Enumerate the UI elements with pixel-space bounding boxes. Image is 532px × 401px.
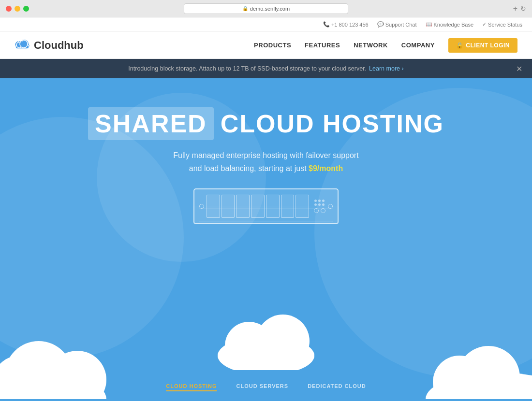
knowledge-icon: 📖 bbox=[426, 21, 432, 28]
phone-number: +1 800 123 456 bbox=[331, 22, 369, 28]
server-illustration bbox=[193, 188, 339, 251]
logo[interactable]: Cloudhub bbox=[15, 38, 84, 53]
price-text: $9/month bbox=[309, 164, 343, 172]
tab-cloud-hosting[interactable]: CLOUD HOSTING bbox=[166, 383, 217, 391]
status-check-icon: ✓ bbox=[482, 21, 487, 28]
support-icon: 💬 bbox=[377, 21, 384, 28]
hero-content: SHARED CLOUD HOSTING Fully managed enter… bbox=[88, 78, 444, 251]
address-text: demo.serifly.com bbox=[250, 6, 290, 12]
address-bar[interactable]: 🔒 demo.serifly.com bbox=[184, 3, 348, 14]
dot-grid bbox=[314, 200, 325, 206]
hero-section: SHARED CLOUD HOSTING Fully managed enter… bbox=[0, 78, 532, 401]
nav-links: PRODUCTS FEATURES NETWORK COMPANY 🔒 CLIE… bbox=[254, 38, 517, 53]
announcement-link[interactable]: Learn more › bbox=[369, 65, 404, 72]
logo-text: Cloudhub bbox=[34, 39, 84, 52]
maximize-button[interactable] bbox=[23, 6, 29, 12]
close-announcement-icon[interactable]: ✕ bbox=[516, 64, 522, 73]
close-button[interactable] bbox=[6, 6, 12, 12]
nav-network[interactable]: NETWORK bbox=[354, 42, 388, 49]
knowledge-item[interactable]: 📖 Knowledge Base bbox=[426, 21, 474, 28]
main-nav: Cloudhub PRODUCTS FEATURES NETWORK COMPA… bbox=[0, 32, 532, 59]
login-lock-icon: 🔒 bbox=[456, 42, 464, 49]
hero-cloud bbox=[213, 312, 319, 372]
dot bbox=[314, 200, 317, 202]
dot bbox=[318, 200, 321, 202]
dot bbox=[322, 200, 325, 202]
knowledge-label: Knowledge Base bbox=[434, 22, 474, 28]
phone-item: 📞 +1 800 123 456 bbox=[323, 21, 369, 28]
subtitle-line1: Fully managed enterprise hosting with fa… bbox=[173, 151, 358, 159]
utility-bar: 📞 +1 800 123 456 💬 Support Chat 📖 Knowle… bbox=[0, 17, 532, 32]
announcement-bar: Introducing block storage. Attach up to … bbox=[0, 59, 532, 78]
server-reflection bbox=[193, 206, 339, 225]
tab-cloud-servers[interactable]: CLOUD SERVERS bbox=[236, 383, 289, 391]
hero-title-shared: SHARED bbox=[88, 107, 214, 140]
status-label: Service Status bbox=[488, 22, 522, 28]
hero-subtitle: Fully managed enterprise hosting with fa… bbox=[173, 149, 358, 175]
login-label: CLIENT LOGIN bbox=[466, 42, 510, 49]
client-login-button[interactable]: 🔒 CLIENT LOGIN bbox=[448, 38, 517, 53]
website-content: 📞 +1 800 123 456 💬 Support Chat 📖 Knowle… bbox=[0, 17, 532, 401]
support-item[interactable]: 💬 Support Chat bbox=[377, 21, 417, 28]
support-label: Support Chat bbox=[385, 22, 417, 28]
nav-company[interactable]: COMPANY bbox=[401, 42, 435, 49]
announcement-text: Introducing block storage. Attach up to … bbox=[128, 65, 366, 72]
new-tab-button[interactable]: + bbox=[513, 4, 517, 13]
phone-icon: 📞 bbox=[323, 21, 330, 28]
minimize-button[interactable] bbox=[15, 6, 20, 12]
tab-dedicated-cloud[interactable]: DEDICATED CLOUD bbox=[308, 383, 366, 391]
svg-point-7 bbox=[20, 40, 28, 48]
hero-title-cloud-hosting: CLOUD HOSTING bbox=[221, 109, 444, 138]
ssl-lock-icon: 🔒 bbox=[242, 6, 248, 11]
logo-cloud-icon bbox=[15, 38, 30, 53]
nav-features[interactable]: FEATURES bbox=[305, 42, 340, 49]
status-item[interactable]: ✓ Service Status bbox=[482, 21, 522, 28]
browser-chrome: 🔒 demo.serifly.com + ↻ bbox=[0, 0, 532, 17]
nav-products[interactable]: PRODUCTS bbox=[254, 42, 291, 49]
subtitle-line2: and load balancing, starting at just bbox=[189, 164, 307, 172]
bottom-tabs: CLOUD HOSTING CLOUD SERVERS DEDICATED CL… bbox=[166, 383, 366, 391]
traffic-lights bbox=[6, 6, 29, 12]
refresh-button[interactable]: ↻ bbox=[520, 5, 526, 13]
hero-title: SHARED CLOUD HOSTING bbox=[88, 107, 444, 140]
